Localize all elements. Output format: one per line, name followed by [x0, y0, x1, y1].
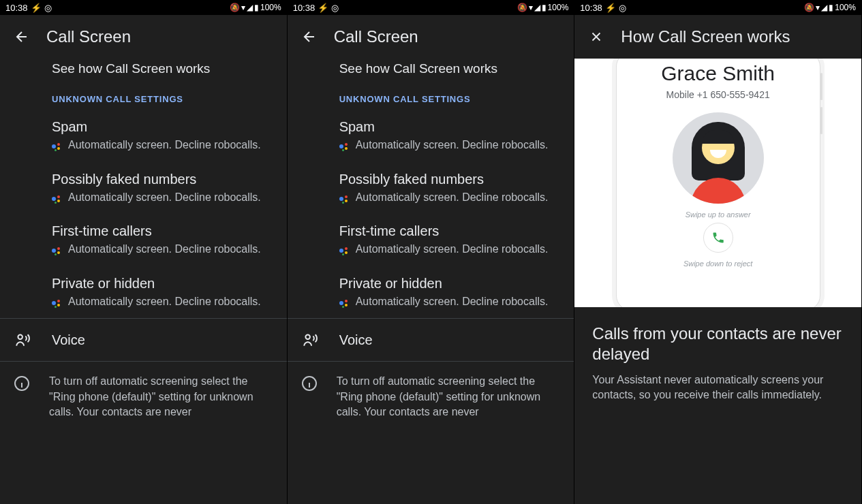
signal-icon: ◢	[821, 3, 827, 12]
svg-point-2	[305, 335, 310, 340]
caller-name: Grace Smith	[617, 62, 820, 85]
battery-icon: ▮	[829, 3, 833, 12]
dnd-icon: ◎	[331, 3, 339, 13]
bell-off-icon: 🔕	[517, 3, 527, 12]
assistant-icon	[339, 142, 350, 153]
setting-spam[interactable]: Spam Automatically screen. Decline roboc…	[288, 110, 574, 162]
setting-faked-numbers[interactable]: Possibly faked numbers Automatically scr…	[288, 162, 574, 215]
page-title: Call Screen	[334, 27, 418, 46]
assistant-icon	[339, 246, 350, 257]
wifi-icon: ▾	[529, 3, 533, 12]
lightning-icon: ⚡	[605, 3, 616, 13]
battery-icon: ▮	[542, 3, 547, 12]
status-time: 10:38	[293, 3, 315, 13]
how-screen: 10:38 ⚡ ◎ 🔕 ▾ ◢ ▮ 100% How Call Screen w…	[574, 0, 862, 504]
assistant-icon	[52, 298, 63, 309]
app-bar: Call Screen	[288, 15, 574, 59]
phone-frame: Grace Smith Mobile +1 650-555-9421 Swipe…	[616, 59, 820, 307]
explanation: Calls from your contacts are never delay…	[574, 307, 861, 420]
app-bar: Call Screen	[0, 15, 287, 59]
section-header: Unknown Call Settings	[0, 89, 287, 110]
status-time: 10:38	[5, 3, 28, 13]
page-title: Call Screen	[46, 27, 131, 46]
dnd-icon: ◎	[44, 3, 52, 13]
status-bar: 10:38 ⚡ ◎ 🔕 ▾ ◢ ▮ 100%	[288, 0, 574, 15]
lightning-icon: ⚡	[318, 3, 328, 13]
explain-headline: Calls from your contacts are never delay…	[592, 324, 844, 364]
settings-screen-1: 10:38 ⚡ ◎ 🔕 ▾ ◢ ▮ 100% Call Screen See h…	[0, 0, 288, 504]
assistant-icon	[52, 246, 63, 257]
bell-off-icon: 🔕	[230, 3, 240, 12]
how-it-works-link[interactable]: See how Call Screen works	[288, 59, 574, 89]
settings-screen-2: 10:38 ⚡ ◎ 🔕 ▾ ◢ ▮ 100% Call Screen See h…	[288, 0, 575, 504]
voice-icon	[301, 331, 320, 349]
setting-private-hidden[interactable]: Private or hidden Automatically screen. …	[288, 266, 574, 319]
page-title: How Call Screen works	[621, 27, 790, 46]
status-time: 10:38	[580, 3, 602, 13]
battery-pct: 100%	[548, 3, 569, 12]
info-note: To turn off automatic screening select t…	[0, 361, 287, 420]
avatar	[673, 112, 764, 204]
svg-point-0	[18, 335, 22, 340]
voice-setting[interactable]: Voice	[0, 318, 287, 361]
info-icon	[301, 374, 318, 392]
voice-icon	[14, 331, 33, 349]
app-bar: How Call Screen works	[574, 15, 861, 59]
answer-button[interactable]	[703, 223, 733, 253]
status-bar: 10:38 ⚡ ◎ 🔕 ▾ ◢ ▮ 100%	[574, 0, 861, 15]
setting-first-time[interactable]: First-time callers Automatically screen.…	[0, 214, 287, 266]
info-note: To turn off automatic screening select t…	[288, 361, 574, 420]
swipe-up-label: Swipe up to answer	[617, 210, 820, 219]
signal-icon: ◢	[247, 3, 253, 12]
swipe-down-label: Swipe down to reject	[617, 259, 820, 268]
section-header: Unknown Call Settings	[288, 89, 574, 110]
lightning-icon: ⚡	[31, 3, 42, 13]
status-bar: 10:38 ⚡ ◎ 🔕 ▾ ◢ ▮ 100%	[0, 0, 287, 15]
wifi-icon: ▾	[241, 3, 245, 12]
assistant-icon	[52, 194, 63, 205]
caller-number: Mobile +1 650-555-9421	[617, 89, 820, 100]
battery-pct: 100%	[835, 3, 856, 12]
explain-body: Your Assistant never automatically scree…	[592, 373, 844, 403]
battery-icon: ▮	[254, 3, 259, 12]
setting-private-hidden[interactable]: Private or hidden Automatically screen. …	[0, 266, 287, 319]
wifi-icon: ▾	[816, 3, 820, 12]
voice-setting[interactable]: Voice	[288, 318, 574, 361]
close-button[interactable]	[588, 29, 604, 45]
assistant-icon	[52, 142, 63, 153]
bell-off-icon: 🔕	[804, 3, 814, 12]
assistant-icon	[339, 298, 350, 309]
how-it-works-link[interactable]: See how Call Screen works	[0, 59, 287, 89]
dnd-icon: ◎	[619, 3, 626, 13]
setting-first-time[interactable]: First-time callers Automatically screen.…	[288, 214, 574, 266]
back-button[interactable]	[301, 29, 318, 45]
setting-faked-numbers[interactable]: Possibly faked numbers Automatically scr…	[0, 162, 287, 215]
assistant-icon	[339, 194, 350, 205]
info-icon	[14, 374, 30, 392]
illustration: Grace Smith Mobile +1 650-555-9421 Swipe…	[574, 59, 861, 307]
back-button[interactable]	[14, 29, 30, 45]
battery-pct: 100%	[260, 3, 281, 12]
signal-icon: ◢	[534, 3, 540, 12]
setting-spam[interactable]: Spam Automatically screen. Decline roboc…	[0, 110, 287, 162]
